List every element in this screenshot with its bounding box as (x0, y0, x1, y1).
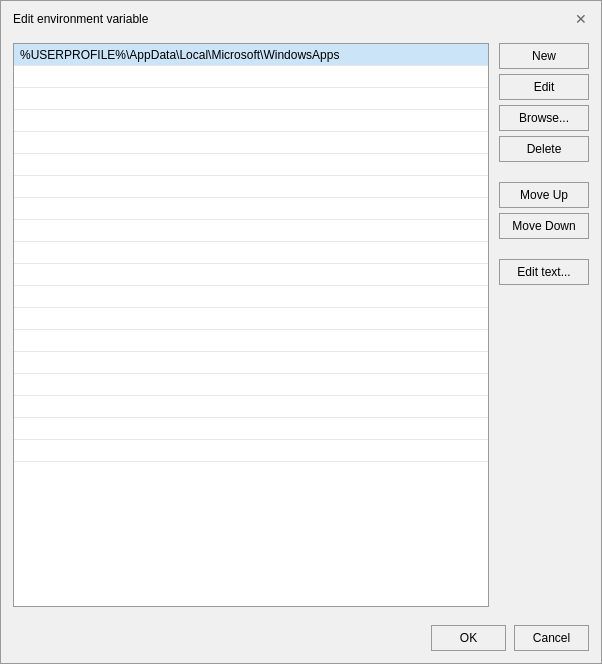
edit-button[interactable]: Edit (499, 74, 589, 100)
dialog-title: Edit environment variable (13, 12, 148, 26)
new-button[interactable]: New (499, 43, 589, 69)
list-item-empty (14, 220, 488, 242)
cancel-button[interactable]: Cancel (514, 625, 589, 651)
close-button[interactable]: ✕ (573, 11, 589, 27)
move-up-button[interactable]: Move Up (499, 182, 589, 208)
dialog-content: %USERPROFILE%\AppData\Local\Microsoft\Wi… (1, 33, 601, 617)
button-spacer-1 (499, 167, 589, 177)
list-item-empty (14, 330, 488, 352)
list-item-empty (14, 418, 488, 440)
list-item-empty (14, 242, 488, 264)
browse-button[interactable]: Browse... (499, 105, 589, 131)
list-item-empty (14, 264, 488, 286)
list-item-empty (14, 308, 488, 330)
button-spacer-2 (499, 244, 589, 254)
env-var-list[interactable]: %USERPROFILE%\AppData\Local\Microsoft\Wi… (13, 43, 489, 607)
move-down-button[interactable]: Move Down (499, 213, 589, 239)
list-item-empty (14, 132, 488, 154)
list-item-empty (14, 198, 488, 220)
list-item-empty (14, 110, 488, 132)
list-item-empty (14, 176, 488, 198)
buttons-panel: New Edit Browse... Delete Move Up Move D… (499, 43, 589, 607)
list-item-empty (14, 440, 488, 462)
title-bar: Edit environment variable ✕ (1, 1, 601, 33)
list-item-empty (14, 154, 488, 176)
list-item-empty (14, 352, 488, 374)
list-item-empty (14, 88, 488, 110)
delete-button[interactable]: Delete (499, 136, 589, 162)
list-item-empty (14, 396, 488, 418)
list-item-empty (14, 374, 488, 396)
list-item-empty (14, 66, 488, 88)
list-item[interactable]: %USERPROFILE%\AppData\Local\Microsoft\Wi… (14, 44, 488, 66)
dialog-footer: OK Cancel (1, 617, 601, 663)
list-item-empty (14, 286, 488, 308)
edit-text-button[interactable]: Edit text... (499, 259, 589, 285)
dialog: Edit environment variable ✕ %USERPROFILE… (0, 0, 602, 664)
ok-button[interactable]: OK (431, 625, 506, 651)
